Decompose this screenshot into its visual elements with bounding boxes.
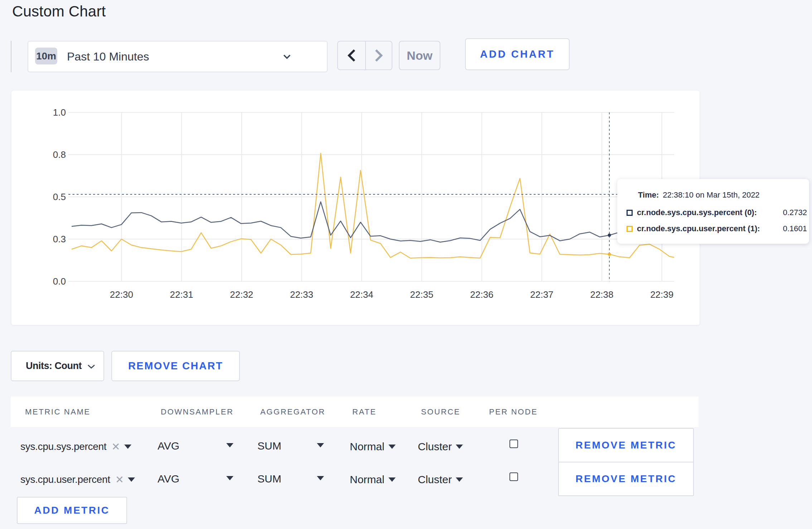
svg-text:22:31: 22:31 [170, 289, 193, 300]
svg-text:22:37: 22:37 [530, 289, 554, 300]
svg-text:22:39: 22:39 [650, 289, 673, 300]
svg-text:0.0: 0.0 [53, 276, 66, 287]
svg-text:0.5: 0.5 [53, 191, 66, 202]
svg-text:0.8: 0.8 [53, 149, 66, 160]
svg-text:22:33: 22:33 [290, 289, 313, 300]
svg-text:22:36: 22:36 [470, 289, 493, 300]
svg-text:22:34: 22:34 [350, 289, 373, 300]
svg-text:0.3: 0.3 [53, 234, 66, 244]
svg-text:1.0: 1.0 [53, 107, 66, 118]
svg-text:22:30: 22:30 [110, 289, 133, 300]
svg-text:22:35: 22:35 [410, 289, 433, 300]
svg-text:22:38: 22:38 [590, 289, 613, 300]
svg-text:22:32: 22:32 [230, 289, 253, 300]
